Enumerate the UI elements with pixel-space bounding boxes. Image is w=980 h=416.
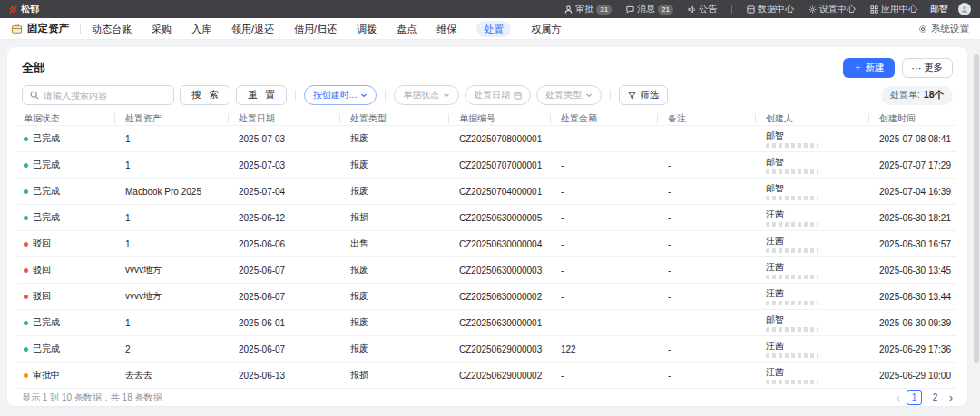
data-center-button[interactable]: 数据中心 <box>747 3 794 15</box>
nav-item-6[interactable]: 盘点 <box>397 22 416 36</box>
cell-creator: 汪茜 <box>760 236 874 253</box>
table-row[interactable]: 已完成12025-06-12报损CZ20250630000005--汪茜2025… <box>18 204 956 230</box>
nav-divider <box>80 24 81 34</box>
cell-creator: 汪茜 <box>760 209 874 227</box>
announcements-label: 公告 <box>699 3 717 15</box>
cell-created-time: 2025-07-04 16:39 <box>874 187 956 197</box>
table-row[interactable]: 已完成12025-07-03报废CZ20250708000001--邮智2025… <box>18 125 956 151</box>
cell-created-time: 2025-06-29 10:00 <box>874 371 956 381</box>
table-row[interactable]: 已完成12025-06-01报废CZ20250630000001--邮智2025… <box>18 309 956 335</box>
status-dot-icon <box>24 137 28 141</box>
status-badge: 已完成 <box>18 159 120 171</box>
settings-center-button[interactable]: 设置中心 <box>808 3 856 15</box>
search-box[interactable] <box>22 85 174 105</box>
table-row[interactable]: 驳回vvvv地方2025-06-07报废CZ20250630000003--汪茜… <box>18 256 956 283</box>
page-title: 全部 <box>22 60 45 76</box>
window-scrollbar[interactable] <box>974 54 979 363</box>
nav-item-8-active[interactable]: 处置 <box>476 21 511 37</box>
column-header: 创建人 <box>760 112 874 125</box>
nav-item-0[interactable]: 动态台账 <box>92 22 132 36</box>
cell-disposal-type: 报废 <box>345 316 454 329</box>
table-row[interactable]: 审批中去去去2025-06-13报损CZ20250629000002--汪茜20… <box>18 362 956 388</box>
table-row[interactable]: 驳回12025-06-06出售CZ20250630000004--汪茜2025-… <box>18 230 956 256</box>
cell-disposal-date: 2025-06-07 <box>233 266 345 276</box>
cell-creator: 邮智 <box>760 314 874 332</box>
table-row[interactable]: 驳回vvvv地方2025-06-07报废CZ20250630000002--汪茜… <box>18 283 956 309</box>
filter-separator <box>295 90 296 101</box>
ellipsis-icon: ⋯ <box>912 63 922 73</box>
column-header: 创建时间 <box>874 112 956 125</box>
table-row[interactable]: 已完成22025-06-07报废CZ20250629000003122-汪茜20… <box>18 335 956 362</box>
cell-creator: 邮智 <box>760 157 874 174</box>
redacted-subtitle <box>766 275 818 279</box>
search-icon <box>30 91 39 100</box>
nav-item-1[interactable]: 采购 <box>152 22 172 36</box>
reset-button[interactable]: 重 置 <box>236 85 287 105</box>
disposal-table: 单据状态处置资产处置日期处置类型单据编号处置金额备注创建人创建时间 已完成120… <box>18 112 956 406</box>
table-row[interactable]: 已完成12025-07-03报废CZ20250707000001--邮智2025… <box>18 151 956 178</box>
more-button[interactable]: ⋯更多 <box>902 58 954 78</box>
nav-item-5[interactable]: 调拨 <box>357 22 377 36</box>
page-number-1-current[interactable]: 1 <box>906 390 922 405</box>
avatar <box>958 3 971 15</box>
search-button[interactable]: 搜 索 <box>180 85 230 105</box>
nav-item-7[interactable]: 维保 <box>436 22 456 36</box>
prev-page-arrow[interactable]: ‹ <box>897 392 900 403</box>
cell-document-code: CZ20250630000002 <box>454 292 555 302</box>
page-number-2[interactable]: 2 <box>927 390 943 405</box>
app-identity[interactable]: 固定资产 <box>11 22 69 35</box>
new-button[interactable]: ＋新建 <box>843 58 895 78</box>
calendar-icon <box>514 92 522 100</box>
type-dropdown[interactable]: 处置类型 <box>536 85 602 105</box>
cell-asset: 1 <box>120 213 233 223</box>
status-dot-icon <box>24 268 28 273</box>
nav-item-4[interactable]: 借用/归还 <box>294 22 337 36</box>
approvals-button[interactable]: 审批 31 <box>564 3 612 15</box>
cell-disposal-date: 2025-07-03 <box>233 160 345 170</box>
app-center-label: 应用中心 <box>881 3 917 15</box>
cell-amount: - <box>555 134 662 144</box>
company-logo[interactable]: 松郁 <box>9 3 39 15</box>
date-filter[interactable]: 处置日期 <box>465 85 531 105</box>
cell-created-time: 2025-06-30 13:44 <box>874 292 956 302</box>
cell-disposal-type: 报损 <box>345 211 454 224</box>
cell-disposal-type: 报损 <box>345 369 454 382</box>
column-header: 备注 <box>662 112 760 125</box>
sort-dropdown[interactable]: 按创建时... <box>304 85 377 105</box>
cell-amount: - <box>555 292 662 302</box>
column-header: 单据状态 <box>18 112 120 125</box>
cell-amount: - <box>555 160 662 170</box>
cell-note: - <box>662 187 760 197</box>
topbar-divider <box>731 5 732 14</box>
system-settings-gear-icon <box>918 24 927 34</box>
status-badge: 已完成 <box>18 343 120 355</box>
status-dot-icon <box>24 295 28 299</box>
cell-disposal-type: 报废 <box>345 159 454 171</box>
status-dropdown[interactable]: 单据状态 <box>394 85 459 105</box>
cell-disposal-date: 2025-06-06 <box>233 239 345 249</box>
nav-item-9[interactable]: 权属方 <box>531 22 561 36</box>
cell-amount: - <box>555 371 662 381</box>
cell-creator: 邮智 <box>760 131 874 148</box>
cell-creator: 邮智 <box>760 183 874 200</box>
filter-button[interactable]: 筛选 <box>619 85 668 105</box>
app-center-button[interactable]: 应用中心 <box>870 3 917 15</box>
nav-item-3[interactable]: 领用/退还 <box>231 22 274 36</box>
search-input[interactable] <box>44 91 166 101</box>
cell-amount: - <box>555 213 662 223</box>
user-menu[interactable]: 邮智 <box>930 3 971 15</box>
system-settings-label: 系统设置 <box>931 23 969 35</box>
nav-item-2[interactable]: 入库 <box>191 22 211 36</box>
announcements-button[interactable]: 公告 <box>688 3 717 15</box>
cell-creator: 汪茜 <box>760 288 874 305</box>
gear-icon <box>808 5 817 14</box>
logo-icon <box>9 5 17 14</box>
redacted-subtitle <box>766 248 818 253</box>
table-row[interactable]: 已完成Macbook Pro 20252025-07-04报废CZ2025070… <box>18 178 956 204</box>
cell-asset: 1 <box>120 160 233 170</box>
next-page-arrow[interactable]: › <box>949 392 953 403</box>
messages-button[interactable]: 消息 21 <box>626 3 673 15</box>
chevron-down-icon <box>360 92 368 99</box>
system-settings-button[interactable]: 系统设置 <box>918 23 969 35</box>
briefcase-icon <box>11 23 23 34</box>
